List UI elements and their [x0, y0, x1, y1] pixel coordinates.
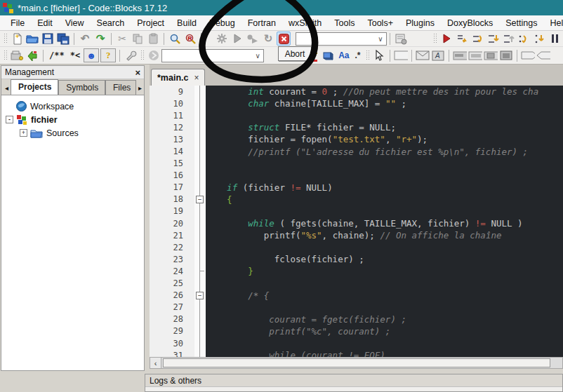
next-line-icon[interactable] [470, 32, 484, 46]
management-close-icon[interactable]: × [135, 67, 140, 78]
arrow-left-widget-icon[interactable] [536, 48, 550, 62]
replace-icon[interactable]: R [183, 32, 197, 46]
undo-icon[interactable]: ↶ [78, 32, 92, 46]
menu-fortran[interactable]: Fortran [241, 17, 282, 29]
tab-close-icon[interactable]: × [194, 73, 199, 83]
tab-symbols[interactable]: Symbols [58, 80, 105, 95]
menu-settings[interactable]: Settings [499, 17, 543, 29]
scroll-left-arrow-icon[interactable]: ‹ [150, 358, 161, 368]
redo-icon[interactable]: ↷ [93, 32, 107, 46]
run-icon[interactable] [230, 32, 244, 46]
fold-margin[interactable] [194, 313, 206, 325]
dark-panel-widget-icon[interactable] [499, 48, 513, 62]
new-file-icon[interactable]: + [10, 32, 24, 46]
save-all-icon[interactable] [56, 32, 70, 46]
chevron-down-icon[interactable]: ∨ [252, 50, 263, 62]
fold-margin[interactable] [194, 133, 206, 145]
fold-margin[interactable] [194, 158, 206, 170]
regex-icon[interactable]: .* [352, 48, 362, 62]
fold-margin[interactable] [194, 337, 206, 349]
menu-tools[interactable]: Tools+ [361, 17, 399, 29]
run-to-cursor-icon[interactable] [455, 32, 469, 46]
menu-view[interactable]: View [59, 17, 91, 29]
toolbar-grip[interactable] [366, 50, 369, 61]
fold-margin[interactable] [194, 278, 206, 290]
doxy-help-icon[interactable]: ? [100, 48, 116, 62]
menu-edit[interactable]: Edit [31, 17, 59, 29]
fold-margin[interactable] [194, 145, 206, 157]
tree-item-sources[interactable]: +Sources [6, 126, 144, 140]
fold-margin[interactable] [194, 182, 206, 194]
toolbar-grip[interactable] [4, 50, 7, 61]
fold-margin[interactable]: − [194, 194, 206, 205]
fold-margin[interactable] [194, 170, 206, 182]
tab-files[interactable]: Files [105, 80, 136, 95]
snippets-icon[interactable] [25, 48, 39, 62]
doxy-block-comment-icon[interactable]: /** [47, 48, 67, 62]
static-widget-icon[interactable] [453, 48, 467, 62]
fold-margin[interactable] [194, 229, 206, 241]
menu-wxsmith[interactable]: wxSmith [282, 17, 328, 29]
sizer-icon[interactable] [321, 48, 335, 62]
fold-margin[interactable] [194, 302, 206, 313]
menu-plugins[interactable]: Plugins [399, 17, 441, 29]
fold-margin[interactable] [194, 325, 206, 337]
menu-help[interactable]: Help [543, 17, 563, 29]
incremental-search-combo[interactable]: ∨ [161, 49, 264, 62]
plugin-manager-icon[interactable] [394, 32, 408, 46]
fold-margin[interactable] [194, 253, 206, 265]
build-and-run-icon[interactable] [246, 32, 260, 46]
fold-margin[interactable] [194, 205, 206, 217]
horizontal-scrollbar[interactable]: ‹ [150, 357, 563, 369]
tabs-scroll-left-icon[interactable]: ◂ [3, 84, 11, 95]
menu-file[interactable]: File [4, 17, 31, 29]
abort-icon[interactable] [277, 32, 291, 46]
text-widget-icon[interactable]: A [431, 48, 445, 62]
next-instruction-icon[interactable] [517, 32, 531, 46]
arrow-right-widget-icon[interactable] [521, 48, 535, 62]
build-icon[interactable] [215, 32, 229, 46]
fold-margin[interactable] [194, 349, 206, 357]
fold-margin[interactable] [194, 265, 206, 277]
bitmapbtn-widget-icon[interactable] [484, 48, 498, 62]
menu-search[interactable]: Search [91, 17, 131, 29]
menu-build[interactable]: Build [171, 17, 203, 29]
tree-expander-icon[interactable]: + [20, 129, 27, 137]
editor-tab-main-c[interactable]: *main.c × [151, 69, 205, 86]
break-debugger-icon[interactable] [548, 32, 562, 46]
rebuild-icon[interactable]: ↻ [261, 32, 275, 46]
incsearch-run-icon[interactable] [147, 48, 161, 62]
font-Aa-icon[interactable]: Aa [336, 48, 351, 62]
scrollbar-thumb[interactable] [163, 358, 550, 367]
panel-widget-icon[interactable] [394, 48, 408, 62]
envelope-widget-icon[interactable] [416, 48, 430, 62]
open-file-icon[interactable] [25, 32, 39, 46]
toolbar-grip[interactable] [140, 50, 144, 61]
menu-project[interactable]: Project [131, 17, 171, 29]
tree-item-fichier[interactable]: -fichier [6, 113, 144, 126]
debug-run-icon[interactable] [439, 32, 453, 46]
settings-wrench-icon[interactable] [124, 48, 138, 62]
step-out-icon[interactable] [501, 32, 515, 46]
doxy-wizard-icon[interactable]: ☻ [84, 48, 99, 62]
fold-margin[interactable] [194, 241, 206, 253]
fold-margin[interactable] [194, 97, 206, 109]
code-stats-icon[interactable] [10, 48, 24, 62]
menu-doxyblocks[interactable]: DoxyBlocks [441, 17, 499, 29]
fold-collapse-icon[interactable]: − [196, 292, 204, 299]
build-target-combo[interactable]: ∨ [296, 32, 387, 46]
fold-margin[interactable]: − [194, 290, 206, 302]
fold-margin[interactable] [194, 86, 206, 97]
button-widget-icon[interactable] [468, 48, 482, 62]
paste-icon[interactable] [146, 32, 160, 46]
doxy-line-comment-icon[interactable]: *< [68, 48, 82, 62]
fold-collapse-icon[interactable]: − [196, 196, 204, 203]
fold-margin[interactable] [194, 109, 206, 121]
tab-projects[interactable]: Projects [11, 79, 58, 95]
menu-debug[interactable]: Debug [203, 17, 241, 29]
logs-panel-header[interactable]: Logs & others [145, 374, 562, 387]
cut-icon[interactable]: ✂ [115, 32, 129, 46]
toolbar-grip[interactable] [433, 33, 437, 44]
find-icon[interactable] [168, 32, 182, 46]
fold-margin[interactable] [194, 217, 206, 229]
